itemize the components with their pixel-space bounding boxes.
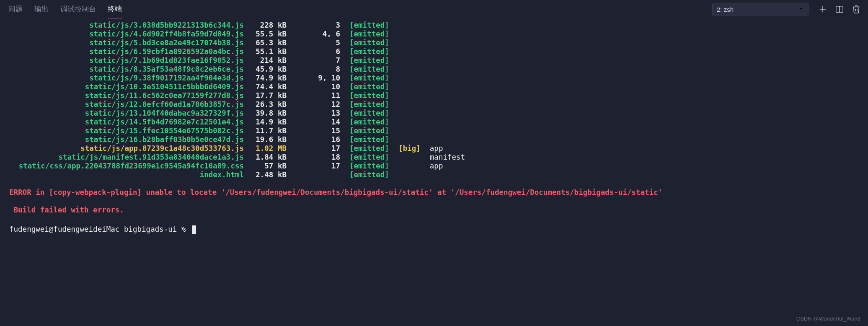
chevron-down-icon	[798, 6, 804, 13]
asset-flags: [emitted]	[349, 47, 389, 56]
asset-big-flag	[389, 162, 421, 171]
asset-size: 19.6 kB	[244, 135, 287, 144]
shell-prompt-line[interactable]: fudengwei@fudengweideiMac bigbigads-ui %	[9, 225, 859, 234]
asset-flags: [emitted]	[349, 39, 389, 47]
asset-size: 1.02 MB	[244, 144, 287, 153]
asset-flags: [emitted]	[349, 21, 389, 30]
tab-terminal[interactable]: 终端	[108, 0, 122, 18]
asset-file: static/js/5.bd3ce8a2e49c17074b38.js	[9, 39, 244, 47]
asset-file: static/js/4.6d902ff4b8fa59d7d849.js	[9, 30, 244, 39]
asset-size: 55.1 kB	[244, 47, 287, 56]
new-terminal-button[interactable]	[817, 3, 829, 15]
asset-row: static/js/app.87239c1a48c30d533763.js1.0…	[9, 144, 859, 153]
asset-chunks: 16	[287, 135, 340, 144]
asset-row: static/js/16.b28baff03b0b5e0ce47d.js19.6…	[9, 135, 859, 144]
asset-file: static/js/9.38f9017192aa4f904e3d.js	[9, 74, 244, 83]
asset-row: static/js/9.38f9017192aa4f904e3d.js74.9 …	[9, 74, 859, 83]
asset-big-flag: [big]	[389, 144, 421, 153]
asset-flags: [emitted]	[349, 100, 389, 109]
asset-row: static/js/7.1b69d1d823fae16f9052.js214 k…	[9, 56, 859, 65]
asset-flags: [emitted]	[349, 109, 389, 118]
asset-chunks: 14	[287, 118, 340, 127]
tab-output[interactable]: 输出	[34, 0, 49, 18]
panel-tabs: 问题 输出 调试控制台 终端	[3, 0, 122, 18]
asset-flags: [emitted]	[349, 30, 389, 39]
asset-file: static/js/12.8efcf60ad1a786b3857c.js	[9, 100, 244, 109]
asset-size: 2.48 kB	[244, 171, 287, 179]
shell-prompt: fudengwei@fudengweideiMac bigbigads-ui %	[9, 225, 190, 234]
asset-row: static/js/11.6c562c0ea77159f277d8.js17.7…	[9, 91, 859, 100]
asset-size: 39.8 kB	[244, 109, 287, 118]
asset-file: static/js/11.6c562c0ea77159f277d8.js	[9, 91, 244, 100]
asset-chunks: 6	[287, 47, 340, 56]
asset-size: 1.84 kB	[244, 153, 287, 162]
asset-chunk-name: app	[430, 144, 443, 153]
asset-chunks: 9, 10	[287, 74, 340, 83]
asset-file: static/js/14.5fb4d76982e7c12501e4.js	[9, 118, 244, 127]
asset-chunks: 12	[287, 100, 340, 109]
asset-file: index.html	[9, 171, 244, 179]
asset-row: static/js/manifest.91d353a834040dace1a3.…	[9, 153, 859, 162]
asset-flags: [emitted]	[349, 56, 389, 65]
asset-chunks: 11	[287, 91, 340, 100]
asset-file: static/css/app.22043788fd23699e1c9545a94…	[9, 162, 244, 171]
panel-tab-bar: 问题 输出 调试控制台 终端 2: zsh	[0, 0, 868, 18]
asset-chunks: 3	[287, 21, 340, 30]
terminal-shell-selector[interactable]: 2: zsh	[712, 3, 809, 16]
asset-flags: [emitted]	[349, 171, 389, 179]
asset-file: static/js/6.59cbf1a8926592a0a4bc.js	[9, 47, 244, 56]
split-terminal-button[interactable]	[834, 3, 845, 15]
asset-flags: [emitted]	[349, 118, 389, 127]
asset-big-flag	[389, 153, 421, 162]
asset-row: index.html2.48 kB[emitted]	[9, 171, 859, 179]
terminal-output[interactable]: static/js/3.038d5bb9221313b6c344.js228 k…	[0, 18, 868, 234]
asset-size: 74.9 kB	[244, 74, 287, 83]
asset-row: static/js/3.038d5bb9221313b6c344.js228 k…	[9, 21, 859, 30]
asset-flags: [emitted]	[349, 65, 389, 74]
asset-chunk-name: app	[430, 162, 443, 171]
asset-chunks: 4, 6	[287, 30, 340, 39]
asset-size: 74.4 kB	[244, 83, 287, 91]
shell-selector-label: 2: zsh	[717, 6, 734, 13]
asset-flags: [emitted]	[349, 144, 389, 153]
asset-chunks: 15	[287, 127, 340, 135]
asset-size: 11.7 kB	[244, 127, 287, 135]
asset-chunks: 10	[287, 83, 340, 91]
asset-row: static/js/13.104f40dabac9a327329f.js39.8…	[9, 109, 859, 118]
asset-file: static/js/3.038d5bb9221313b6c344.js	[9, 21, 244, 30]
asset-row: static/js/14.5fb4d76982e7c12501e4.js14.9…	[9, 118, 859, 127]
asset-flags: [emitted]	[349, 91, 389, 100]
error-line: ERROR in [copy-webpack-plugin] unable to…	[9, 188, 859, 197]
asset-chunks: 18	[287, 153, 340, 162]
asset-row: static/js/4.6d902ff4b8fa59d7d849.js55.5 …	[9, 30, 859, 39]
asset-row: static/js/12.8efcf60ad1a786b3857c.js26.3…	[9, 100, 859, 109]
asset-row: static/js/15.ffec10554e67575b082c.js11.7…	[9, 127, 859, 135]
tab-debug-console[interactable]: 调试控制台	[60, 0, 96, 18]
asset-size: 65.3 kB	[244, 39, 287, 47]
asset-file: static/js/15.ffec10554e67575b082c.js	[9, 127, 244, 135]
asset-size: 228 kB	[244, 21, 287, 30]
asset-size: 14.9 kB	[244, 118, 287, 127]
asset-chunks: 17	[287, 162, 340, 171]
asset-size: 17.7 kB	[244, 91, 287, 100]
asset-chunks: 8	[287, 65, 340, 74]
asset-chunks: 13	[287, 109, 340, 118]
asset-flags: [emitted]	[349, 83, 389, 91]
asset-size: 57 kB	[244, 162, 287, 171]
asset-file: static/js/app.87239c1a48c30d533763.js	[9, 144, 244, 153]
tab-problems[interactable]: 问题	[8, 0, 23, 18]
asset-row: static/js/5.bd3ce8a2e49c17074b38.js65.3 …	[9, 39, 859, 47]
kill-terminal-button[interactable]	[850, 3, 862, 15]
asset-size: 26.3 kB	[244, 100, 287, 109]
asset-flags: [emitted]	[349, 135, 389, 144]
asset-flags: [emitted]	[349, 127, 389, 135]
asset-row: static/js/10.3e5104511c5bbb6d6409.js74.4…	[9, 83, 859, 91]
asset-chunks: 5	[287, 39, 340, 47]
asset-file: static/js/13.104f40dabac9a327329f.js	[9, 109, 244, 118]
asset-row: static/js/6.59cbf1a8926592a0a4bc.js55.1 …	[9, 47, 859, 56]
asset-row: static/css/app.22043788fd23699e1c9545a94…	[9, 162, 859, 171]
asset-file: static/js/8.35af53a48f9c8c2eb6ce.js	[9, 65, 244, 74]
asset-flags: [emitted]	[349, 74, 389, 83]
cursor-icon	[192, 225, 196, 234]
watermark: CSDN @Wonderful_Wan8	[796, 316, 860, 322]
